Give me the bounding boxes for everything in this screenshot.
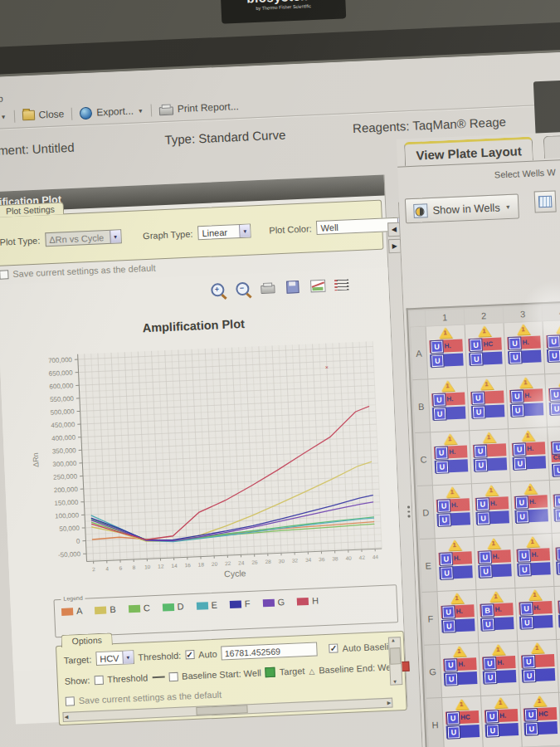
plate-row-header-B[interactable]: B [412,379,430,432]
well-target-band: UH. [438,551,472,565]
collapse-left-arrow[interactable]: ◀ [387,222,401,237]
well-B1[interactable]: 1UH.U [428,378,469,432]
export-button[interactable]: Export... [96,105,134,119]
auto-threshold-checkbox[interactable] [185,650,194,659]
show-in-wells-button[interactable]: Show in Wells ▼ [405,193,520,223]
unknown-task-badge: U [520,603,533,615]
tab-options[interactable]: Options [61,632,113,647]
plate-row-header-E[interactable]: E [420,539,437,592]
graph-type-label: Graph Type: [143,228,193,241]
well-B2[interactable]: 1UU [467,376,508,430]
legend-swatch [95,606,106,614]
plate-row-header-G[interactable]: G [424,645,441,698]
plate-col-header-3[interactable]: 3 [504,305,543,322]
well-A3[interactable]: 1UH.U [504,321,544,375]
well-A1[interactable]: 1UH.U [426,325,467,378]
print-chart-icon[interactable] [261,285,275,294]
well-F2[interactable]: 1BH.U [476,588,517,642]
well-note: H. [490,500,497,507]
experiment-type: Type: Standard Curve [164,128,286,147]
plate-rows: A1UH.U1UHCU1UH.U1UH.UB1UH.U1UU1UH.U1UH.U… [411,320,560,747]
unknown-task-badge: U [516,496,528,509]
auto-baseline-checkbox[interactable] [329,643,338,652]
well-A2[interactable]: 1UHCU [465,323,506,377]
well-D1[interactable]: 1UH.U [433,484,474,538]
flag-count: 1 [533,591,537,598]
close-button[interactable]: Close [38,108,64,120]
splitter-grip[interactable] [407,505,410,517]
options-panel: Options Target: HCV Threshold: Auto Auto… [56,631,407,725]
scrollbar-thumb[interactable] [389,647,401,665]
well-C2[interactable]: 1UU [470,429,510,483]
print-report-button[interactable]: Print Report... [177,100,239,115]
threshold-input[interactable] [221,642,318,660]
save-default-checkbox[interactable] [0,270,9,279]
well-E2[interactable]: 1UH.U [475,535,515,589]
well-D3[interactable]: 1UH.U [511,481,552,535]
legend-toggle-icon[interactable] [337,279,349,290]
plate-col-header-1[interactable]: 1 [426,309,465,325]
toolbar-separator [13,110,15,122]
plate-col-header-4[interactable]: 4 [543,304,560,320]
legend-swatch [230,600,241,608]
plate-col-header-2[interactable]: 2 [465,307,504,324]
well-F1[interactable]: 1UH.U [438,590,479,644]
well-E3[interactable]: 1UH.U [514,534,554,588]
well-C4[interactable]: 1UHCCt: UnU [548,426,560,480]
options-vertical-scrollbar[interactable] [388,637,403,686]
well-target-band: UHC [446,710,480,725]
well-H2[interactable]: 1UH.U [481,695,522,747]
well-F3[interactable]: 1UH.U [515,587,556,641]
well-D4[interactable]: 1UHCU [550,479,560,533]
well-B3[interactable]: 1UH.U [506,374,547,428]
well-D2[interactable]: 1UH.U [472,482,513,536]
export-dropdown-icon[interactable]: ▼ [138,108,144,114]
legend-swatch [297,597,309,605]
well-C1[interactable]: 1UH.U [431,431,471,485]
tab-partial[interactable] [543,134,560,159]
expand-right-arrow[interactable]: ▶ [388,239,402,254]
flag-warning-icon: 1 [487,538,501,549]
well-G2[interactable]: 1UH.U [479,642,519,696]
save-chart-icon[interactable] [286,281,299,294]
well-E1[interactable]: 1UH.U [436,537,476,591]
plate-row-header-A[interactable]: A [411,326,428,379]
zoom-in-icon[interactable]: + [211,283,225,297]
well-G3[interactable]: 1UU [518,640,558,694]
scrollbar-thumb[interactable] [196,705,247,715]
svg-text:650,000: 650,000 [49,369,74,378]
target-select[interactable]: HCV [95,650,134,666]
plate-view-grid-button[interactable] [534,190,557,212]
plate-row-header-D[interactable]: D [417,486,435,539]
well-G1[interactable]: 1UH.U [440,643,480,697]
well-sample-band: U [519,615,553,629]
graph-type-select[interactable]: Linear [197,224,251,241]
flag-count: 1 [443,329,447,336]
svg-text:16: 16 [184,562,191,568]
zoom-out-icon[interactable]: − [236,282,250,296]
well-E4[interactable]: 1UHCU [553,532,560,586]
well-B4[interactable]: 1UH.U [545,373,560,427]
menu-help[interactable]: elp [0,93,3,104]
toolbar-separator [71,107,73,120]
flag-warning-icon: 1 [450,593,465,604]
plate-row-header-C[interactable]: C [415,432,432,486]
plate-row-D: D1UH.U1UH.U1UH.U1UHCU [417,479,560,539]
plate-row-header-H[interactable]: H [426,698,444,747]
svg-text:38: 38 [332,555,338,561]
baseline-checkbox[interactable] [168,671,178,681]
flag-warning-icon: 1 [455,699,469,710]
well-C3[interactable]: 1UH.U [509,427,549,481]
save-default-checkbox-2[interactable] [66,696,75,706]
chevron-down-icon[interactable]: ▼ [1,114,7,120]
flag-warning-icon: 1 [530,642,544,654]
well-target-band: U [473,443,507,457]
well-A4[interactable]: 1UH.U [543,320,560,374]
unknown-task-badge: U [480,565,492,578]
edit-plot-icon[interactable] [310,279,326,292]
well-H1[interactable]: 1UHCU [442,696,483,747]
legend-swatch [129,604,140,613]
plate-row-header-F[interactable]: F [422,592,440,645]
show-threshold-checkbox[interactable] [94,675,103,684]
well-H3[interactable]: 1UHCU [520,693,560,747]
